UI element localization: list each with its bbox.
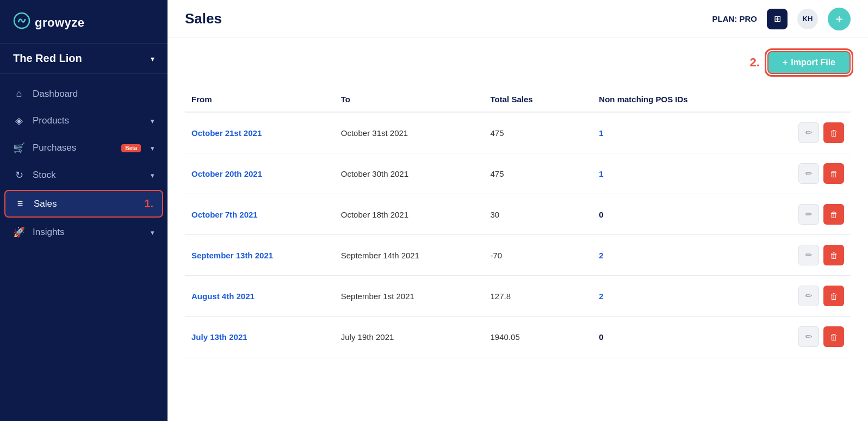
chevron-down-icon: ▾ xyxy=(151,144,154,152)
cell-actions: ✏ 🗑 xyxy=(769,317,851,357)
from-date-link[interactable]: October 20th 2021 xyxy=(191,169,262,178)
trash-icon: 🗑 xyxy=(830,251,838,260)
sidebar-item-dashboard[interactable]: ⌂ Dashboard xyxy=(0,81,168,107)
nav-items: ⌂ Dashboard ◈ Products ▾ 🛒 Purchases Bet… xyxy=(0,74,168,421)
cell-to: September 1st 2021 xyxy=(334,276,484,317)
from-date-link[interactable]: October 21st 2021 xyxy=(191,128,262,138)
main-content: Sales PLAN: PRO ⊞ KH + 2. + Import File xyxy=(168,0,868,421)
edit-button[interactable]: ✏ xyxy=(798,286,819,306)
edit-button[interactable]: ✏ xyxy=(798,204,819,225)
cell-total-sales: -70 xyxy=(484,235,593,276)
col-header-total-sales: Total Sales xyxy=(484,89,593,112)
chat-icon: ⊞ xyxy=(774,14,781,24)
cell-from: September 13th 2021 xyxy=(185,235,334,276)
cell-to: September 14th 2021 xyxy=(334,235,484,276)
delete-button[interactable]: 🗑 xyxy=(823,163,844,184)
chat-button[interactable]: ⊞ xyxy=(767,9,788,29)
table-row: October 7th 2021 October 18th 2021 30 0 … xyxy=(185,194,851,235)
restaurant-selector[interactable]: The Red Lion ▾ xyxy=(0,44,168,74)
cell-from: August 4th 2021 xyxy=(185,276,334,317)
sidebar-item-label: Dashboard xyxy=(33,89,154,100)
edit-button[interactable]: ✏ xyxy=(798,122,819,143)
sales-icon: ≡ xyxy=(14,198,26,209)
col-header-to: To xyxy=(334,89,484,112)
chevron-down-icon: ▾ xyxy=(151,54,154,63)
sales-step-badge: 1. xyxy=(144,197,153,210)
insights-icon: 🚀 xyxy=(13,226,25,238)
cell-total-sales: 475 xyxy=(484,153,593,194)
sidebar-item-stock[interactable]: ↻ Stock ▾ xyxy=(0,162,168,189)
sidebar-item-sales[interactable]: ≡ Sales 1. xyxy=(4,190,163,218)
delete-button[interactable]: 🗑 xyxy=(823,122,844,143)
sales-table: From To Total Sales Non matching POS IDs… xyxy=(185,89,851,357)
from-date-link[interactable]: September 13th 2021 xyxy=(191,251,273,260)
cell-non-matching: 0 xyxy=(592,194,769,235)
plus-icon: + xyxy=(835,11,843,27)
cell-to: October 18th 2021 xyxy=(334,194,484,235)
sidebar-item-label: Stock xyxy=(33,170,143,181)
beta-badge: Beta xyxy=(121,144,141,152)
cell-from: October 20th 2021 xyxy=(185,153,334,194)
cell-total-sales: 30 xyxy=(484,194,593,235)
trash-icon: 🗑 xyxy=(830,292,838,301)
pencil-icon: ✏ xyxy=(805,169,813,178)
edit-button[interactable]: ✏ xyxy=(798,245,819,265)
table-row: September 13th 2021 September 14th 2021 … xyxy=(185,235,851,276)
cell-actions: ✏ 🗑 xyxy=(769,276,851,317)
cell-actions: ✏ 🗑 xyxy=(769,235,851,276)
cell-total-sales: 475 xyxy=(484,112,593,153)
from-date-link[interactable]: October 7th 2021 xyxy=(191,210,258,219)
content-area: 2. + Import File From To Total Sales Non… xyxy=(168,38,868,421)
trash-icon: 🗑 xyxy=(830,128,838,138)
growyze-logo-icon xyxy=(13,12,30,33)
delete-button[interactable]: 🗑 xyxy=(823,245,844,265)
from-date-link[interactable]: July 13th 2021 xyxy=(191,332,247,342)
pencil-icon: ✏ xyxy=(805,250,813,260)
sidebar-item-products[interactable]: ◈ Products ▾ xyxy=(0,107,168,134)
chevron-down-icon: ▾ xyxy=(151,117,154,125)
sidebar-item-label: Products xyxy=(33,115,143,126)
sidebar-item-insights[interactable]: 🚀 Insights ▾ xyxy=(0,219,168,246)
cell-from: October 21st 2021 xyxy=(185,112,334,153)
cell-total-sales: 127.8 xyxy=(484,276,593,317)
cell-actions: ✏ 🗑 xyxy=(769,112,851,153)
trash-icon: 🗑 xyxy=(830,169,838,178)
delete-button[interactable]: 🗑 xyxy=(823,204,844,225)
pencil-icon: ✏ xyxy=(805,332,813,342)
edit-button[interactable]: ✏ xyxy=(798,163,819,184)
add-button[interactable]: + xyxy=(828,8,851,30)
sidebar: growyze The Red Lion ▾ ⌂ Dashboard ◈ Pro… xyxy=(0,0,168,421)
chevron-down-icon: ▾ xyxy=(151,228,154,237)
cell-from: July 13th 2021 xyxy=(185,317,334,357)
import-step-label: 2. xyxy=(750,55,760,70)
page-title: Sales xyxy=(185,10,222,27)
sidebar-item-purchases[interactable]: 🛒 Purchases Beta ▾ xyxy=(0,134,168,162)
trash-icon: 🗑 xyxy=(830,332,838,342)
table-row: July 13th 2021 July 19th 2021 1940.05 0 … xyxy=(185,317,851,357)
plus-icon: + xyxy=(783,58,788,67)
top-header: Sales PLAN: PRO ⊞ KH + xyxy=(168,0,868,38)
from-date-link[interactable]: August 4th 2021 xyxy=(191,292,255,301)
cell-to: October 31st 2021 xyxy=(334,112,484,153)
import-file-button[interactable]: + Import File xyxy=(767,51,851,74)
products-icon: ◈ xyxy=(13,115,25,127)
table-row: October 21st 2021 October 31st 2021 475 … xyxy=(185,112,851,153)
brand-name: growyze xyxy=(35,16,85,30)
table-row: August 4th 2021 September 1st 2021 127.8… xyxy=(185,276,851,317)
col-header-from: From xyxy=(185,89,334,112)
delete-button[interactable]: 🗑 xyxy=(823,286,844,306)
pencil-icon: ✏ xyxy=(805,291,813,301)
cell-from: October 7th 2021 xyxy=(185,194,334,235)
col-header-actions xyxy=(769,89,851,112)
trash-icon: 🗑 xyxy=(830,210,838,219)
chevron-down-icon: ▾ xyxy=(151,171,154,179)
cell-non-matching: 1 xyxy=(592,112,769,153)
cell-total-sales: 1940.05 xyxy=(484,317,593,357)
pencil-icon: ✏ xyxy=(805,128,813,138)
home-icon: ⌂ xyxy=(13,88,25,100)
edit-button[interactable]: ✏ xyxy=(798,326,819,347)
purchases-icon: 🛒 xyxy=(13,142,25,154)
delete-button[interactable]: 🗑 xyxy=(823,326,844,347)
header-right: PLAN: PRO ⊞ KH + xyxy=(712,8,851,30)
cell-non-matching: 2 xyxy=(592,276,769,317)
